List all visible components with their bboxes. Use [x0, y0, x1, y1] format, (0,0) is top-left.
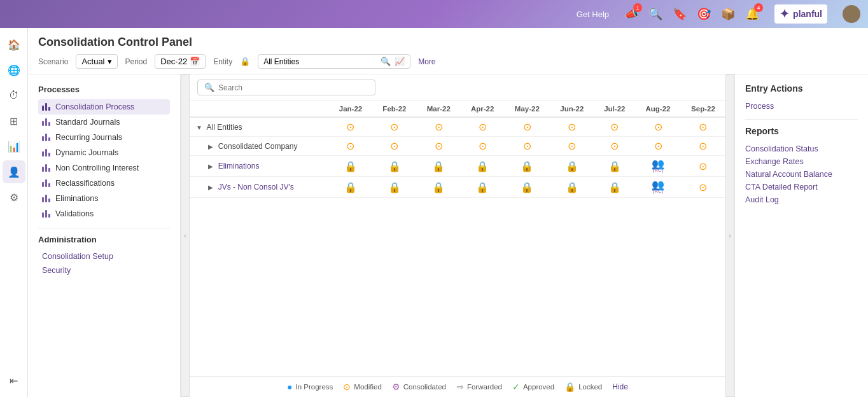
audit-log-link[interactable]: Audit Log: [745, 193, 858, 206]
status-icon[interactable]: ⊙: [523, 141, 531, 151]
consolidation-status-link[interactable]: Consolidation Status: [745, 143, 858, 155]
all-entities-sep22[interactable]: ⊙: [681, 117, 725, 137]
sidebar-item-eliminations[interactable]: Eliminations: [38, 191, 170, 206]
status-inprogress-icon[interactable]: ⊙: [390, 122, 398, 132]
all-entities-jan22[interactable]: ⊙: [329, 117, 373, 137]
status-icon[interactable]: ⊙: [568, 141, 576, 151]
row-expand-eliminations[interactable]: ▶: [208, 163, 213, 170]
cc-apr22[interactable]: ⊙: [461, 137, 505, 156]
lock-icon[interactable]: 🔒: [566, 182, 578, 193]
lock-icon[interactable]: 🔒: [344, 161, 357, 172]
status-inprogress-icon[interactable]: ⊙: [568, 122, 576, 132]
rc-status-icon[interactable]: 👥 (RC): [641, 180, 675, 194]
sidebar-item-non-controlling-interest[interactable]: Non Controlling Interest: [38, 160, 170, 176]
sidebar-item-validations[interactable]: Validations: [38, 206, 170, 221]
cc-sep22[interactable]: ⊙: [681, 137, 725, 156]
sidebar-item-recurring-journals[interactable]: Recurring Journals: [38, 130, 170, 145]
cc-mar22[interactable]: ⊙: [417, 137, 461, 156]
lock-icon[interactable]: 🔒: [521, 161, 533, 172]
elim-jan22[interactable]: 🔒: [329, 156, 373, 177]
row-expand-consolidated[interactable]: ▶: [208, 143, 213, 150]
jvs-jul22[interactable]: 🔒: [594, 177, 636, 198]
status-icon[interactable]: ⊙: [654, 141, 662, 151]
jvs-feb22[interactable]: 🔒: [372, 177, 416, 198]
all-entities-jul22[interactable]: ⊙: [594, 117, 636, 137]
elim-sep22[interactable]: ⊙: [681, 156, 725, 177]
search-icon[interactable]: 🔍: [648, 7, 662, 21]
jvs-sep22[interactable]: ⊙: [681, 177, 725, 198]
chart-icon[interactable]: 📊: [3, 135, 25, 158]
period-select[interactable]: Dec-22 📅: [155, 54, 206, 69]
lock-icon[interactable]: 🔒: [432, 161, 445, 172]
status-inprogress-icon[interactable]: ⊙: [346, 122, 354, 132]
sidebar-item-reclassifications[interactable]: Reclassifications: [38, 176, 170, 191]
all-entities-aug22[interactable]: ⊙: [635, 117, 681, 137]
status-icon[interactable]: ⊙: [699, 182, 707, 193]
rc-status-icon[interactable]: 👥 (RC): [641, 159, 675, 173]
status-inprogress-icon[interactable]: ⊙: [654, 122, 662, 132]
status-icon[interactable]: ⊙: [610, 141, 619, 151]
all-entities-jun22[interactable]: ⊙: [550, 117, 594, 137]
status-inprogress-icon[interactable]: ⊙: [435, 122, 443, 132]
status-icon[interactable]: ⊙: [435, 141, 443, 151]
security-link[interactable]: Security: [38, 263, 170, 277]
left-collapse-handle[interactable]: ‹: [181, 74, 190, 397]
all-entities-may22[interactable]: ⊙: [504, 117, 550, 137]
row-expand-all-entities[interactable]: ▼: [196, 124, 202, 131]
jvs-jan22[interactable]: 🔒: [329, 177, 373, 198]
consolidation-icon[interactable]: 👤: [3, 160, 25, 183]
status-icon[interactable]: ⊙: [699, 161, 707, 172]
lock-icon[interactable]: 🔒: [521, 182, 533, 193]
target-icon[interactable]: 🎯: [697, 7, 711, 21]
get-help-link[interactable]: Get Help: [577, 10, 609, 19]
more-button[interactable]: More: [418, 57, 435, 66]
home-icon[interactable]: 🏠: [3, 33, 25, 56]
status-inprogress-icon[interactable]: ⊙: [523, 122, 531, 132]
all-entities-apr22[interactable]: ⊙: [461, 117, 505, 137]
elim-jul22[interactable]: 🔒: [594, 156, 636, 177]
lock-icon[interactable]: 🔒: [608, 161, 621, 172]
jvs-name[interactable]: JVs - Non Consol JV's: [218, 183, 294, 192]
lock-icon[interactable]: 🔒: [388, 161, 401, 172]
cube-icon[interactable]: 📦: [721, 7, 735, 21]
elim-mar22[interactable]: 🔒: [417, 156, 461, 177]
lock-icon[interactable]: 🔒: [476, 182, 489, 193]
status-icon[interactable]: ⊙: [346, 141, 354, 151]
notification-icon[interactable]: 🔔 4: [745, 7, 759, 21]
elim-apr22[interactable]: 🔒: [461, 156, 505, 177]
cc-jul22[interactable]: ⊙: [594, 137, 636, 156]
grid-icon[interactable]: ⊞: [3, 109, 25, 132]
scenario-select[interactable]: Actual ▾: [76, 54, 117, 69]
status-inprogress-icon[interactable]: ⊙: [479, 122, 487, 132]
jvs-jun22[interactable]: 🔒: [550, 177, 594, 198]
all-entities-feb22[interactable]: ⊙: [372, 117, 416, 137]
sidebar-item-standard-journals[interactable]: Standard Journals: [38, 115, 170, 130]
entity-input[interactable]: [263, 57, 377, 66]
status-icon[interactable]: ⊙: [390, 141, 398, 151]
lock-icon[interactable]: 🔒: [566, 161, 578, 172]
clock-icon[interactable]: ⏱: [3, 84, 25, 107]
cc-feb22[interactable]: ⊙: [372, 137, 416, 156]
elim-may22[interactable]: 🔒: [504, 156, 550, 177]
collapse-icon[interactable]: ⇤: [3, 369, 25, 392]
jvs-mar22[interactable]: 🔒: [417, 177, 461, 198]
status-inprogress-icon[interactable]: ⊙: [610, 122, 619, 132]
all-entities-mar22[interactable]: ⊙: [417, 117, 461, 137]
globe-icon[interactable]: 🌐: [3, 59, 25, 81]
user-avatar[interactable]: [843, 5, 860, 23]
eliminations-name[interactable]: Eliminations: [218, 162, 260, 171]
sidebar-item-dynamic-journals[interactable]: Dynamic Journals: [38, 145, 170, 160]
planful-logo[interactable]: ✦ planful: [774, 4, 827, 24]
jvs-may22[interactable]: 🔒: [504, 177, 550, 198]
bookmark-icon[interactable]: 🔖: [673, 7, 687, 21]
jvs-apr22[interactable]: 🔒: [461, 177, 505, 198]
cc-jun22[interactable]: ⊙: [550, 137, 594, 156]
elim-aug22[interactable]: 👥 (RC): [635, 156, 681, 177]
lock-icon[interactable]: 🔒: [608, 182, 621, 193]
cc-jan22[interactable]: ⊙: [329, 137, 373, 156]
settings-icon[interactable]: ⚙: [3, 186, 25, 209]
jvs-aug22[interactable]: 👥 (RC): [635, 177, 681, 198]
status-icon[interactable]: ⊙: [699, 141, 707, 151]
lock-icon[interactable]: 🔒: [344, 182, 357, 193]
entity-filter[interactable]: 🔍 📈: [258, 54, 410, 69]
